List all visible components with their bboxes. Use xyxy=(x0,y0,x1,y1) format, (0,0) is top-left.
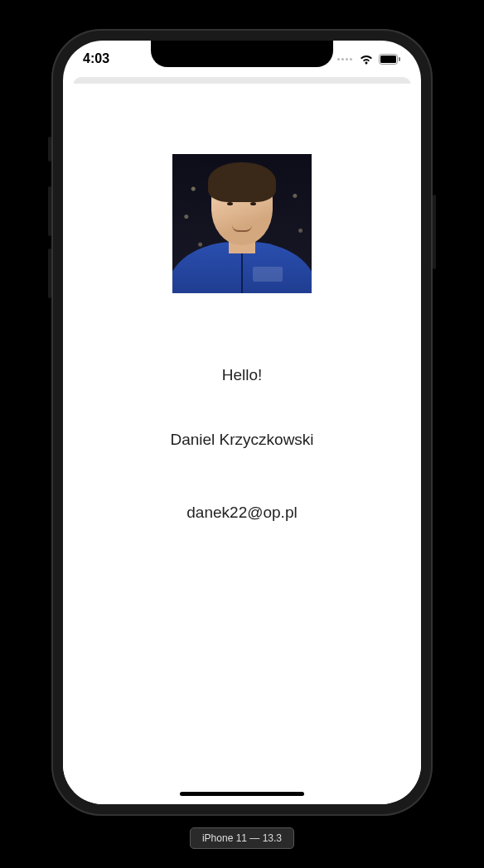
avatar xyxy=(172,154,312,293)
volume-down-button[interactable] xyxy=(48,248,51,298)
profile-email: danek22@op.pl xyxy=(186,504,297,522)
mute-switch[interactable] xyxy=(48,137,51,162)
status-time: 4:03 xyxy=(83,51,109,66)
battery-icon xyxy=(379,54,401,65)
device-notch xyxy=(151,41,333,67)
profile-name: Daniel Krzyczkowski xyxy=(170,431,313,449)
power-button[interactable] xyxy=(433,195,436,269)
svg-rect-2 xyxy=(399,57,400,61)
home-indicator[interactable] xyxy=(180,792,304,796)
profile-modal-sheet: Hello! Daniel Krzyczkowski danek22@op.pl xyxy=(63,84,421,804)
volume-up-button[interactable] xyxy=(48,186,51,236)
greeting-label: Hello! xyxy=(222,366,263,384)
device-frame: 4:03 xyxy=(51,29,433,816)
simulator-label: iPhone 11 — 13.3 xyxy=(190,827,294,849)
status-right xyxy=(337,54,401,65)
recording-dots-icon xyxy=(337,58,352,60)
wifi-icon xyxy=(359,54,374,65)
screen: 4:03 xyxy=(63,41,421,804)
svg-rect-1 xyxy=(380,55,396,63)
